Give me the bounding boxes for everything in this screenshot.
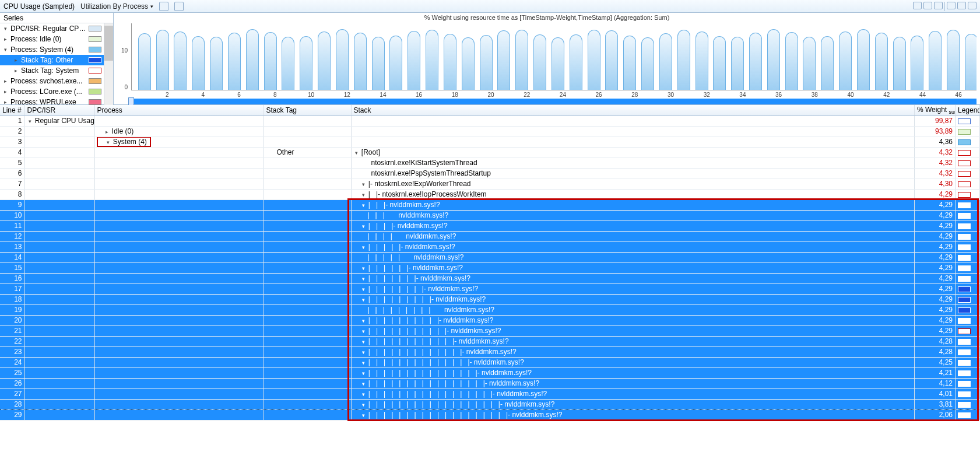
chart-panel[interactable]: % Weight using resource time as [TimeSta… xyxy=(114,13,980,104)
table-row[interactable]: 8▾ | |- ntoskrnl.exe!IopProcessWorkItem4… xyxy=(0,189,980,200)
expand-icon[interactable]: ▾ xyxy=(361,349,367,355)
expand-icon[interactable]: ▾ xyxy=(361,339,367,345)
data-table: Line # DPC/ISR Process Stack Tag Stack %… xyxy=(0,105,980,421)
series-item[interactable]: ▸Stack Tag: Other xyxy=(0,55,104,65)
table-row[interactable]: 28▾ | | | | | | | | | | | | | | | | | |-… xyxy=(0,399,980,410)
table-row[interactable]: 5ntoskrnl.exe!KiStartSystemThread4,32 xyxy=(0,158,980,168)
expand-icon[interactable]: ▾ xyxy=(361,412,367,418)
expand-icon[interactable]: ▾ xyxy=(361,381,367,387)
table-row[interactable]: 23▾ | | | | | | | | | | | | |- nvlddmkm.… xyxy=(0,346,980,357)
table-row[interactable]: 29▾ | | | | | | | | | | | | | | | | | | … xyxy=(0,410,980,420)
stack-label: | | | | | | | | | nvlddmkm.sys!? xyxy=(368,306,494,314)
table-row[interactable]: 10| | | nvlddmkm.sys!?4,29 xyxy=(0,210,980,220)
table-row[interactable]: 12| | | | nvlddmkm.sys!?4,29 xyxy=(0,231,980,242)
minimize-icon[interactable] xyxy=(947,2,956,9)
series-item[interactable]: ▾Process: System (4) xyxy=(0,44,104,55)
data-table-wrap[interactable]: Line # DPC/ISR Process Stack Tag Stack %… xyxy=(0,105,980,455)
table-row[interactable]: 22▾ | | | | | | | | | | | |- nvlddmkm.sy… xyxy=(0,336,980,346)
col-weight[interactable]: % Weight sum xyxy=(915,105,956,116)
table-row[interactable]: 4Other▾ [Root]4,32 xyxy=(0,147,980,158)
stacktag-label: Other xyxy=(277,148,294,156)
expand-icon[interactable]: ▸ xyxy=(13,57,19,63)
table-row[interactable]: 21▾ | | | | | | | | | | |- nvlddmkm.sys!… xyxy=(0,326,980,336)
table-row[interactable]: 24▾ | | | | | | | | | | | | | |- nvlddmk… xyxy=(0,357,980,368)
expand-icon[interactable]: ▸ xyxy=(2,78,8,84)
plot-area[interactable] xyxy=(131,23,977,90)
table-row[interactable]: 14| | | | | nvlddmkm.sys!?4,29 xyxy=(0,252,980,262)
table-row[interactable]: 1▾ Regular CPU Usage99,87 xyxy=(0,116,980,126)
table-row[interactable]: 13▾ | | | | |- nvlddmkm.sys!?4,29 xyxy=(0,242,980,252)
chart-row: Series ▾DPC/ISR: Regular CPU...▸Process:… xyxy=(0,13,980,105)
table-row[interactable]: 17▾ | | | | | | | |- nvlddmkm.sys!?4,29 xyxy=(0,284,980,294)
expand-icon[interactable]: ▾ xyxy=(361,192,367,198)
series-item[interactable]: ▸Process: svchost.exe... xyxy=(0,76,104,86)
expand-icon[interactable]: ▾ xyxy=(361,286,367,292)
series-item[interactable]: ▸Stack Tag: System xyxy=(0,65,104,76)
table-row[interactable]: 9▾ | | |- nvlddmkm.sys!?4,29 xyxy=(0,200,980,210)
table-row[interactable]: 7▾ |- ntoskrnl.exe!ExpWorkerThread4,30 xyxy=(0,178,980,189)
expand-icon[interactable]: ▸ xyxy=(2,89,8,94)
expand-icon[interactable]: ▾ xyxy=(361,370,367,376)
expand-icon[interactable]: ▸ xyxy=(2,99,8,105)
expand-icon[interactable]: ▾ xyxy=(361,360,367,366)
expand-icon[interactable]: ▸ xyxy=(104,129,110,135)
col-dpc[interactable]: DPC/ISR xyxy=(24,105,94,116)
table-row[interactable]: 26▾ | | | | | | | | | | | | | | | |- nvl… xyxy=(0,378,980,388)
col-stack[interactable]: Stack xyxy=(351,105,915,116)
series-item[interactable]: ▾DPC/ISR: Regular CPU... xyxy=(0,23,104,34)
expand-icon[interactable]: ▾ xyxy=(361,402,367,408)
table-row[interactable]: 18▾ | | | | | | | | |- nvlddmkm.sys!?4,2… xyxy=(0,294,980,304)
expand-icon[interactable]: ▾ xyxy=(361,181,367,187)
series-scrollbar[interactable] xyxy=(104,23,113,107)
selection-handle-left[interactable] xyxy=(128,97,134,106)
table-row[interactable]: 2▸ Idle (0)93,89 xyxy=(0,126,980,136)
toolbar-icon-1[interactable] xyxy=(159,2,168,11)
view-mode-3-icon[interactable] xyxy=(934,2,943,9)
expand-icon[interactable]: ▾ xyxy=(361,297,367,303)
expand-icon[interactable]: ▾ xyxy=(361,391,367,397)
series-label: Process: System (4) xyxy=(10,46,86,54)
table-row[interactable]: 20▾ | | | | | | | | | |- nvlddmkm.sys!?4… xyxy=(0,315,980,326)
expand-icon[interactable]: ▾ xyxy=(2,26,8,32)
series-item[interactable]: ▸Process: LCore.exe (... xyxy=(0,86,104,97)
table-row[interactable]: 6ntoskrnl.exe!PspSystemThreadStartup4,32 xyxy=(0,168,980,178)
table-row[interactable]: 15▾ | | | | | |- nvlddmkm.sys!?4,29 xyxy=(0,262,980,273)
table-row[interactable]: 19| | | | | | | | | nvlddmkm.sys!?4,29 xyxy=(0,304,980,315)
table-row[interactable]: 27▾ | | | | | | | | | | | | | | | | |- n… xyxy=(0,388,980,399)
table-row[interactable]: 25▾ | | | | | | | | | | | | | | |- nvldd… xyxy=(0,368,980,378)
col-legend[interactable]: Legend xyxy=(956,105,980,116)
expand-icon[interactable]: ▾ xyxy=(361,265,367,271)
process-label: System (4) xyxy=(113,138,147,146)
toolbar-icon-2[interactable] xyxy=(174,2,184,11)
expand-icon[interactable]: ▾ xyxy=(106,139,111,145)
col-stacktag[interactable]: Stack Tag xyxy=(264,105,351,116)
expand-icon[interactable]: ▾ xyxy=(361,276,367,282)
legend-swatch xyxy=(958,118,971,124)
expand-icon[interactable]: ▾ xyxy=(361,202,367,208)
series-item[interactable]: ▸Process: Idle (0) xyxy=(0,34,104,44)
expand-icon[interactable]: ▸ xyxy=(13,68,19,74)
table-row[interactable]: 3▾ System (4)4,36 xyxy=(0,136,980,147)
expand-icon[interactable]: ▾ xyxy=(361,244,367,250)
maximize-icon[interactable] xyxy=(957,2,966,9)
view-mode-2-icon[interactable] xyxy=(923,2,932,9)
expand-icon[interactable]: ▾ xyxy=(361,223,367,229)
stack-label: ntoskrnl.exe!PspSystemThreadStartup xyxy=(371,169,491,177)
col-process[interactable]: Process xyxy=(94,105,264,116)
table-row[interactable]: 16▾ | | | | | | |- nvlddmkm.sys!?4,29 xyxy=(0,273,980,284)
expand-icon[interactable]: ▸ xyxy=(2,36,8,42)
x-tick: 42 xyxy=(883,92,890,98)
expand-icon[interactable]: ▾ xyxy=(27,118,33,124)
close-icon[interactable] xyxy=(968,2,977,9)
table-row[interactable]: 11▾ | | | |- nvlddmkm.sys!?4,29 xyxy=(0,220,980,231)
view-mode-1-icon[interactable] xyxy=(913,2,922,9)
expand-icon[interactable]: ▾ xyxy=(354,150,360,156)
expand-icon[interactable]: ▾ xyxy=(2,47,8,52)
expand-icon[interactable]: ▾ xyxy=(361,328,367,334)
legend-swatch xyxy=(958,160,971,166)
view-dropdown[interactable]: Utilization By Process xyxy=(80,2,153,10)
time-selection-band[interactable] xyxy=(131,99,977,104)
col-line[interactable]: Line # xyxy=(0,105,24,116)
expand-icon[interactable]: ▾ xyxy=(361,318,367,324)
stack-label: | | | |- nvlddmkm.sys!? xyxy=(368,222,448,230)
